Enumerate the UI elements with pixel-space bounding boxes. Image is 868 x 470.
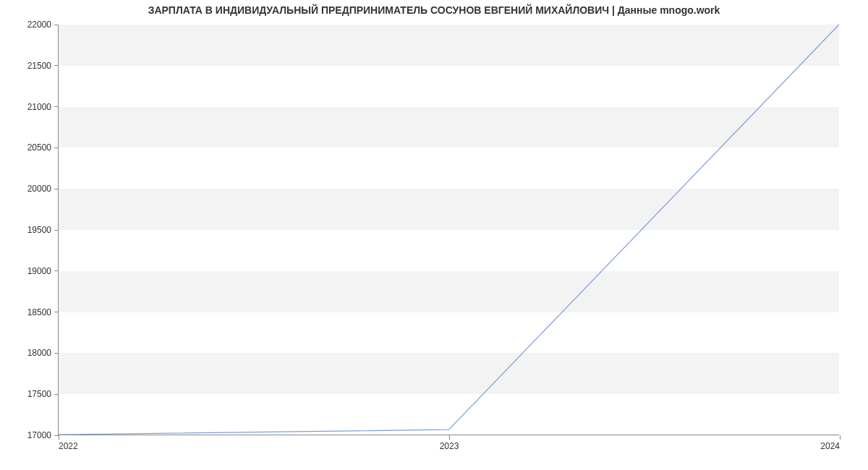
chart-line [59,25,839,435]
y-tick-label: 22000 [27,20,51,30]
x-tick-mark [59,435,59,440]
y-tick-label: 21500 [27,61,51,71]
x-tick-mark [449,435,450,440]
y-tick-label: 17500 [27,389,51,399]
x-tick-label: 2024 [820,441,840,451]
x-tick-mark [840,435,841,440]
y-tick-label: 18000 [27,348,51,358]
y-tick-label: 21000 [27,102,51,112]
x-tick-label: 2023 [440,441,459,451]
y-tick-label: 19000 [27,266,51,276]
chart-title: ЗАРПЛАТА В ИНДИВИДУАЛЬНЫЙ ПРЕДПРИНИМАТЕЛ… [0,4,868,16]
y-tick-label: 20000 [27,184,51,194]
x-tick-label: 2022 [59,441,78,451]
y-tick-label: 19500 [27,225,51,235]
y-tick-label: 17000 [27,430,51,440]
y-tick-label: 18500 [27,307,51,317]
y-tick-label: 20500 [27,142,51,153]
chart-plot-area: 1700017500180001850019000195002000020500… [58,25,839,435]
